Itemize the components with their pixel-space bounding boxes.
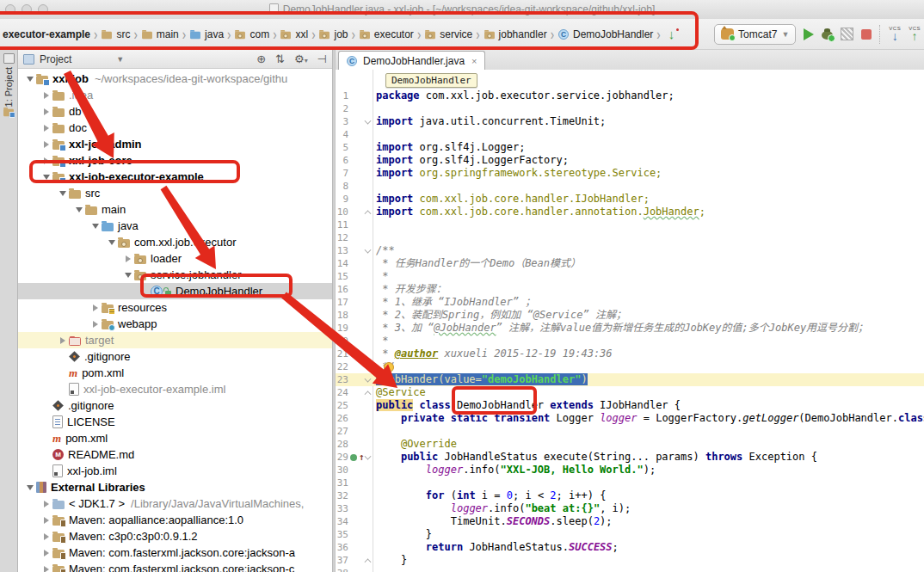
tree-item-db[interactable]: db (18, 103, 332, 120)
vcs-update-button[interactable]: VCS↓ (889, 26, 901, 42)
code-line-16[interactable]: 16 * 开发步骤： (336, 283, 924, 296)
tree-item-Maven: c3p0:c3p0:0.9.1.2[interactable]: Maven: c3p0:c3p0:0.9.1.2 (18, 528, 332, 544)
gear-icon[interactable]: ⚙▾ (294, 52, 308, 65)
tree-item-xxl-job-executor-example.iml[interactable]: xxl-job-executor-example.iml (18, 381, 332, 397)
tree-item-LICENSE[interactable]: LICENSE (18, 414, 332, 430)
scroll-down-icon[interactable]: ↓ (668, 27, 675, 41)
tree-item-resources[interactable]: resources (18, 299, 332, 316)
expand-arrow-icon[interactable] (40, 566, 52, 572)
tree-item-DemoJobHandler[interactable]: CDemoJobHandler (18, 283, 332, 299)
code-line-17[interactable]: 17 * 1、继承 “IJobHandler” ； (336, 296, 924, 309)
tree-item-xxl-job.iml[interactable]: xxl-job.iml (18, 463, 332, 479)
tree-item-target[interactable]: target (18, 332, 332, 348)
fold-marker-icon[interactable] (365, 247, 372, 254)
code-line-37[interactable]: 37 } (336, 554, 924, 567)
tree-item-.gitignore[interactable]: .gitignore (18, 348, 332, 365)
code-line-32[interactable]: 32 for (int i = 0; i < 2; i++) { (336, 489, 924, 502)
tree-item-pom.xml[interactable]: mpom.xml (18, 365, 332, 381)
code-line-13[interactable]: 13/** (336, 244, 924, 257)
expand-arrow-icon[interactable] (40, 108, 52, 115)
minimize-window-button[interactable] (22, 4, 32, 15)
fold-marker-icon[interactable] (365, 118, 372, 125)
expand-arrow-icon[interactable] (56, 337, 69, 344)
code-line-29[interactable]: 29↑ public JobHandleStatus execute(Strin… (336, 451, 924, 464)
intention-bulb-icon[interactable] (384, 362, 394, 372)
expand-arrow-icon[interactable] (105, 240, 118, 245)
locate-icon[interactable]: ⊕ (256, 52, 266, 65)
code-line-12[interactable]: 12 (336, 231, 924, 244)
tree-item-com.xxl.job.executor[interactable]: com.xxl.job.executor (18, 234, 332, 250)
code-line-5[interactable]: 5import org.slf4j.Logger; (336, 141, 924, 154)
code-line-6[interactable]: 6import org.slf4j.LoggerFactory; (336, 154, 924, 167)
breadcrumb-item-service[interactable]: service (423, 27, 473, 42)
expand-arrow-icon[interactable] (40, 501, 52, 507)
vcs-commit-button[interactable]: VCS↑ (909, 26, 921, 42)
expand-arrow-icon[interactable] (56, 191, 69, 196)
tree-item-Maven: aopalliance:aopalliance:1.0[interactable]: Maven: aopalliance:aopalliance:1.0 (18, 512, 332, 528)
tree-item-< JDK1.7 >[interactable]: < JDK1.7 >/Library/Java/JavaVirtualMachi… (18, 495, 332, 512)
override-arrow-icon[interactable]: ↑ (359, 451, 365, 464)
code-line-8[interactable]: 8 (336, 180, 924, 193)
code-line-3[interactable]: 3import java.util.concurrent.TimeUnit; (336, 115, 924, 128)
zoom-window-button[interactable] (38, 4, 48, 15)
tree-item-service.jobhandler[interactable]: service.jobhandler (18, 267, 332, 283)
expand-arrow-icon[interactable] (89, 304, 102, 311)
code-line-28[interactable]: 28 @Override (336, 438, 924, 451)
code-line-9[interactable]: 9import com.xxl.job.core.handler.IJobHan… (336, 193, 924, 206)
close-tab-icon[interactable]: × (471, 56, 477, 66)
project-tool-window-button[interactable]: 1: Project (0, 53, 17, 174)
code-line-22[interactable]: 22 */ (336, 360, 924, 373)
tree-item-xxl-job-admin[interactable]: xxl-job-admin (18, 136, 332, 152)
expand-arrow-icon[interactable] (121, 273, 134, 278)
tab-demojobhandler[interactable]: C DemoJobHandler.java × (338, 51, 485, 70)
breadcrumb-item-DemoJobHandler[interactable]: CDemoJobHandler (557, 27, 654, 42)
expand-arrow-icon[interactable] (40, 125, 52, 132)
expand-arrow-icon[interactable] (40, 175, 52, 180)
code-line-30[interactable]: 30 logger.info("XXL-JOB, Hello World."); (336, 464, 924, 477)
tree-item-java[interactable]: java (18, 218, 332, 234)
hide-panel-icon[interactable]: ⊣ (317, 52, 327, 65)
run-config-select[interactable]: Tomcat7 ▼ (714, 24, 796, 45)
code-line-19[interactable]: 19 * 3、加 “@JobHander” 注解，注解value值为新增任务生成… (336, 322, 924, 335)
close-window-button[interactable] (5, 4, 15, 15)
expand-arrow-icon[interactable] (72, 207, 85, 212)
code-line-2[interactable]: 2 (336, 102, 924, 115)
code-line-35[interactable]: 35 } (336, 528, 924, 541)
breadcrumb-item-main[interactable]: main (140, 27, 180, 42)
code-line-25[interactable]: 25public class DemoJobHandler extends IJ… (336, 399, 924, 412)
fold-marker-icon[interactable] (365, 211, 372, 218)
code-line-38[interactable]: 38 (336, 567, 924, 572)
tree-item-xxl-job[interactable]: xxl-job~/workspaces/idea-git-workspace/g… (18, 71, 332, 87)
expand-arrow-icon[interactable] (23, 77, 36, 82)
code-line-21[interactable]: 21 * @author xuxueli 2015-12-19 19:43:36 (336, 348, 924, 360)
code-line-14[interactable]: 14 * 任务Handler的一个Demo（Bean模式） (336, 257, 924, 270)
breadcrumb-item-executor[interactable]: executor (358, 27, 415, 42)
code-line-7[interactable]: 7import org.springframework.stereotype.S… (336, 167, 924, 180)
expand-arrow-icon[interactable] (40, 92, 52, 99)
project-view-dropdown[interactable]: ▼ (116, 55, 124, 64)
breadcrumb-item-com[interactable]: com (233, 27, 270, 42)
tree-item-.gitignore[interactable]: .gitignore (18, 397, 332, 414)
code-line-34[interactable]: 34 TimeUnit.SECONDS.sleep(2); (336, 515, 924, 528)
tree-item-pom.xml[interactable]: mpom.xml (18, 430, 332, 446)
tree-item-.idea[interactable]: .idea (18, 87, 332, 103)
fold-marker-icon[interactable] (365, 376, 372, 383)
tree-item-doc[interactable]: doc (18, 120, 332, 136)
coverage-button[interactable] (841, 28, 853, 40)
fold-marker-icon[interactable] (365, 453, 372, 460)
tree-item-src[interactable]: src (18, 185, 332, 201)
code-line-33[interactable]: 33 logger.info("beat at:{}", i); (336, 502, 924, 515)
code-line-27[interactable]: 27 (336, 425, 924, 438)
debug-button[interactable] (822, 31, 833, 40)
expand-arrow-icon[interactable] (40, 533, 52, 540)
expand-arrow-icon[interactable] (121, 255, 134, 262)
breadcrumb-item-jobhandler[interactable]: jobhandler (483, 27, 548, 42)
code-line-15[interactable]: 15 * (336, 270, 924, 283)
code-line-4[interactable]: 4 (336, 128, 924, 141)
code-line-1[interactable]: 1package com.xxl.job.executor.service.jo… (336, 89, 924, 102)
tree-item-External Libraries[interactable]: External Libraries (18, 479, 332, 495)
breadcrumb-item-job[interactable]: job (317, 27, 348, 42)
tree-item-main[interactable]: main (18, 201, 332, 218)
breadcrumb-item-src[interactable]: src (100, 27, 131, 42)
code-line-11[interactable]: 11 (336, 218, 924, 231)
